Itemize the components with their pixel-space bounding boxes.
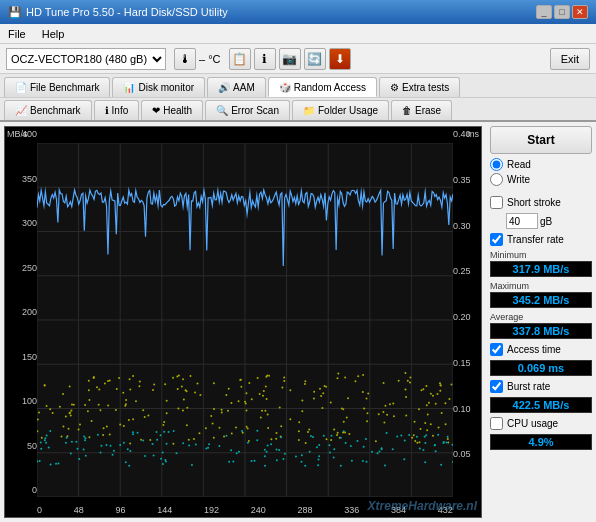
tab-error-scan[interactable]: 🔍 Error Scan — [205, 100, 290, 120]
tab-erase[interactable]: 🗑 Erase — [391, 100, 452, 120]
title-bar-controls: _ □ ✕ — [536, 5, 588, 19]
benchmark-icon[interactable]: 📋 — [229, 48, 251, 70]
health-icon[interactable]: 📷 — [279, 48, 301, 70]
tab-disk-monitor[interactable]: 📊 Disk monitor — [112, 77, 205, 97]
burst-rate-checkbox[interactable] — [490, 380, 503, 393]
exit-button[interactable]: Exit — [550, 48, 590, 70]
average-label: Average — [490, 312, 592, 322]
title-bar: 💾 HD Tune Pro 5.50 - Hard Disk/SSD Utili… — [0, 0, 596, 24]
menu-file[interactable]: File — [4, 27, 30, 41]
cpu-usage-checkbox[interactable] — [490, 417, 503, 430]
minimum-value: 317.9 MB/s — [490, 261, 592, 277]
tab-aam[interactable]: 🔊 AAM — [207, 77, 266, 97]
title-bar-left: 💾 HD Tune Pro 5.50 - Hard Disk/SSD Utili… — [8, 6, 228, 19]
tabs-row2: 📈 Benchmark ℹ Info ❤ Health 🔍 Error Scan… — [0, 98, 596, 122]
chart-unit-right: ms — [467, 129, 479, 139]
chart-unit-left: MB/s — [7, 129, 28, 139]
read-label: Read — [507, 159, 531, 170]
disk-monitor-icon: 📊 — [123, 82, 135, 93]
read-radio-row: Read — [490, 158, 592, 171]
toolbar: OCZ-VECTOR180 (480 gB) 🌡 – °C 📋 ℹ 📷 🔄 ⬇ … — [0, 44, 596, 74]
read-radio[interactable] — [490, 158, 503, 171]
minimum-stat-section: Minimum 317.9 MB/s — [490, 250, 592, 277]
minimum-label: Minimum — [490, 250, 592, 260]
write-label: Write — [507, 174, 530, 185]
temperature-display: – °C — [199, 53, 221, 65]
refresh-icon[interactable]: 🔄 — [304, 48, 326, 70]
random-access-icon: 🎲 — [279, 82, 291, 93]
menu-bar: File Help — [0, 24, 596, 44]
action-icons: 📋 ℹ 📷 🔄 ⬇ — [229, 48, 351, 70]
maximum-stat-section: Maximum 345.2 MB/s — [490, 281, 592, 308]
stroke-input-row: gB — [506, 213, 592, 229]
chart-x-labels: 0 48 96 144 192 240 288 336 384 432 — [37, 505, 453, 515]
download-icon[interactable]: ⬇ — [329, 48, 351, 70]
chart-canvas — [37, 143, 453, 497]
chart-labels-right: 0.40 0.35 0.30 0.25 0.20 0.15 0.10 0.05 — [453, 127, 481, 497]
info-icon[interactable]: ℹ — [254, 48, 276, 70]
write-radio[interactable] — [490, 173, 503, 186]
burst-rate-label: Burst rate — [507, 381, 550, 392]
app-icon: 💾 — [8, 6, 22, 19]
maximum-label: Maximum — [490, 281, 592, 291]
tabs-row1: 📄 File Benchmark 📊 Disk monitor 🔊 AAM 🎲 … — [0, 74, 596, 98]
file-benchmark-icon: 📄 — [15, 82, 27, 93]
maximum-value: 345.2 MB/s — [490, 292, 592, 308]
burst-rate-row: Burst rate — [490, 380, 592, 393]
extra-tests-icon: ⚙ — [390, 82, 399, 93]
stroke-value-input[interactable] — [506, 213, 538, 229]
aam-icon: 🔊 — [218, 82, 230, 93]
tab-info[interactable]: ℹ Info — [94, 100, 140, 120]
burst-rate-value: 422.5 MB/s — [490, 397, 592, 413]
benchmark-tab-icon: 📈 — [15, 105, 27, 116]
right-panel: Start Read Write Short stroke gB Transfe… — [486, 122, 596, 522]
main-content: MB/s ms 400 350 300 250 200 150 100 50 0… — [0, 122, 596, 522]
write-radio-row: Write — [490, 173, 592, 186]
transfer-rate-row: Transfer rate — [490, 233, 592, 246]
error-scan-icon: 🔍 — [216, 105, 228, 116]
tab-health[interactable]: ❤ Health — [141, 100, 203, 120]
folder-usage-icon: 📁 — [303, 105, 315, 116]
short-stroke-checkbox[interactable] — [490, 196, 503, 209]
health-tab-icon: ❤ — [152, 105, 160, 116]
cpu-usage-row: CPU usage — [490, 417, 592, 430]
tab-benchmark[interactable]: 📈 Benchmark — [4, 100, 92, 120]
average-stat-section: Average 337.8 MB/s — [490, 312, 592, 339]
close-button[interactable]: ✕ — [572, 5, 588, 19]
chart-labels-left: 400 350 300 250 200 150 100 50 0 — [5, 127, 37, 497]
info-tab-icon: ℹ — [105, 105, 109, 116]
tab-random-access[interactable]: 🎲 Random Access — [268, 77, 377, 97]
minimize-button[interactable]: _ — [536, 5, 552, 19]
erase-icon: 🗑 — [402, 105, 412, 116]
maximize-button[interactable]: □ — [554, 5, 570, 19]
short-stroke-row: Short stroke — [490, 196, 592, 209]
transfer-rate-label: Transfer rate — [507, 234, 564, 245]
tab-folder-usage[interactable]: 📁 Folder Usage — [292, 100, 389, 120]
menu-help[interactable]: Help — [38, 27, 69, 41]
stroke-unit: gB — [540, 216, 552, 227]
cpu-usage-value: 4.9% — [490, 434, 592, 450]
access-time-checkbox[interactable] — [490, 343, 503, 356]
window-title: HD Tune Pro 5.50 - Hard Disk/SSD Utility — [26, 6, 228, 18]
transfer-rate-checkbox[interactable] — [490, 233, 503, 246]
short-stroke-label: Short stroke — [507, 197, 561, 208]
cpu-usage-label: CPU usage — [507, 418, 558, 429]
access-time-row: Access time — [490, 343, 592, 356]
toolbar-icons: 🌡 – °C — [174, 48, 221, 70]
thermometer-icon[interactable]: 🌡 — [174, 48, 196, 70]
drive-select[interactable]: OCZ-VECTOR180 (480 gB) — [6, 48, 166, 70]
tab-file-benchmark[interactable]: 📄 File Benchmark — [4, 77, 110, 97]
average-value: 337.8 MB/s — [490, 323, 592, 339]
read-write-radio-group: Read Write — [490, 158, 592, 186]
chart-area: MB/s ms 400 350 300 250 200 150 100 50 0… — [4, 126, 482, 518]
access-time-label: Access time — [507, 344, 561, 355]
start-button[interactable]: Start — [490, 126, 592, 154]
tab-extra-tests[interactable]: ⚙ Extra tests — [379, 77, 460, 97]
access-time-value: 0.069 ms — [490, 360, 592, 376]
